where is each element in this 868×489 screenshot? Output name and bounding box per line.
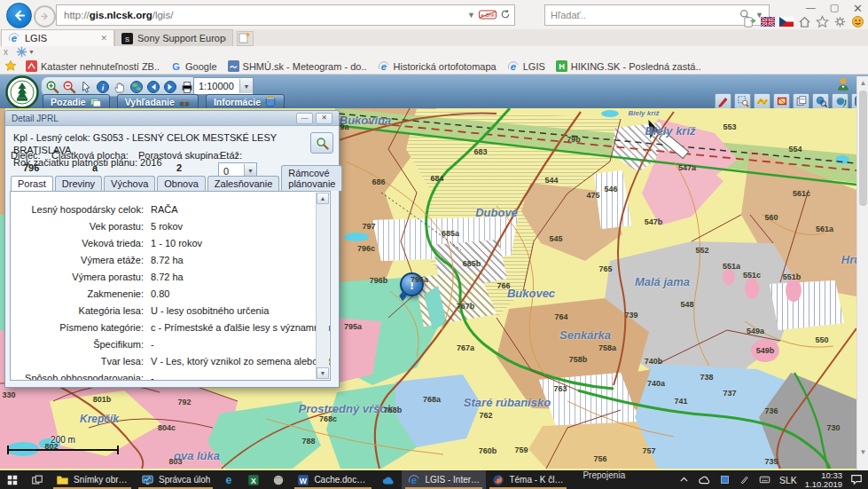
copy-map-button[interactable] (793, 93, 809, 109)
taskbar-item-edge[interactable]: e (216, 470, 241, 489)
minimize-button[interactable]: — (806, 2, 816, 15)
browser-tab[interactable]: SSony Support Europe (114, 29, 233, 46)
user-button[interactable] (831, 75, 856, 93)
address-bar[interactable]: http://gis.nlcsk.org/lgis/ ▼ e-Bnk (56, 4, 515, 26)
scale-combo[interactable]: 1:10000 ▼ (193, 77, 254, 95)
panel-title-bar[interactable]: Detail JPRL — ✕ (5, 111, 339, 126)
windows-start-icon (6, 474, 19, 486)
favorite-item[interactable]: SHMÚ.sk - Meteogram - do.. (223, 60, 372, 73)
detail-value: 1 - 10 rokov (151, 238, 202, 248)
flag-uk-icon[interactable] (761, 17, 775, 27)
parcel-label: 740a (647, 379, 665, 388)
maximize-button[interactable]: ▢ (830, 2, 839, 15)
forward-button[interactable] (34, 5, 56, 28)
notification-center-icon[interactable] (850, 473, 863, 487)
clock[interactable]: 10:33 1.10.2019 (805, 471, 842, 489)
detail-list-scrollbar[interactable]: ▲ ▼ (316, 193, 329, 379)
zoom-in-button[interactable] (44, 79, 60, 95)
favorites-bar-star-icon[interactable] (4, 59, 17, 74)
next-view-button[interactable] (162, 79, 178, 95)
smiley-icon[interactable] (851, 15, 864, 28)
favorite-item[interactable]: HHIKING.SK - Posledná zastá.. (551, 60, 707, 73)
flag-cz-icon[interactable] (779, 17, 794, 27)
detail-value: 8.72 ha (151, 255, 184, 265)
detail-label: Spôsob obhospodarovania: (11, 373, 144, 381)
browser-tab[interactable]: eLGIS✕ (1, 29, 114, 46)
favorites-star-icon[interactable] (816, 15, 829, 28)
panel-minimize-button[interactable]: — (296, 113, 313, 124)
close-toolbar-icon[interactable]: x (4, 47, 8, 57)
taskbar-item-folder[interactable]: Snímky obrazov... (50, 470, 135, 489)
keyboard-icon[interactable] (758, 474, 771, 485)
svg-text:H: H (559, 62, 565, 71)
scale-dropdown-icon[interactable]: ▼ (239, 79, 253, 93)
list-scroll-up-icon[interactable]: ▲ (317, 193, 329, 204)
parcel-label: 330 (2, 390, 15, 399)
address-dropdown-icon[interactable]: ▼ (467, 11, 475, 20)
addon-dropdown-icon[interactable]: ▼ (28, 49, 35, 55)
addon-icon[interactable] (16, 46, 27, 59)
favorite-item[interactable]: eHistorická ortofotomapa (372, 60, 502, 73)
taskbar-item-onedrive[interactable] (375, 470, 402, 489)
share-icon[interactable] (743, 15, 756, 28)
back-button[interactable] (6, 3, 32, 28)
select-button[interactable] (78, 79, 94, 95)
database-icon (264, 96, 277, 108)
taskbar-item-word[interactable]: WCache.docx - Mi... (291, 470, 375, 489)
forward-arrow-icon (40, 12, 50, 21)
taskbar-item-windows-start[interactable] (0, 470, 25, 489)
detail-label: Tvar lesa: (11, 356, 144, 367)
parcel-label: 735 (764, 457, 778, 466)
zoom-out-button[interactable] (61, 79, 77, 95)
blue-square-icon[interactable] (719, 474, 731, 485)
new-tab-button[interactable] (237, 31, 254, 46)
search-globe-button[interactable] (812, 93, 829, 109)
taskbar-item-ie[interactable]: eLGIS - Internet ... (402, 470, 486, 489)
refresh-icon[interactable] (500, 9, 511, 21)
chevron-up-icon[interactable] (678, 474, 690, 485)
favorite-item[interactable]: GGoogle (165, 60, 222, 73)
scroll-up-icon[interactable]: ▲ (857, 76, 868, 89)
tab-close-icon[interactable]: ✕ (100, 34, 107, 43)
favorite-item[interactable]: eLGIS (502, 60, 551, 73)
favorite-item[interactable]: Kataster nehnuteľností ZB.. (20, 60, 165, 73)
parcel-label: 758b (569, 355, 588, 364)
home-icon[interactable] (798, 15, 811, 28)
scroll-down-icon[interactable]: ▼ (857, 446, 868, 458)
previous-view-button[interactable] (145, 79, 161, 95)
layers-icon (90, 97, 102, 108)
panel-close-button[interactable]: ✕ (316, 113, 332, 124)
identify-button[interactable]: i (95, 79, 111, 95)
pan-button[interactable] (112, 79, 128, 95)
taskbar-item-firefox[interactable]: Téma - K článku... (486, 470, 570, 489)
pen-icon[interactable] (739, 474, 750, 485)
measure-length-button[interactable] (754, 93, 770, 109)
measure-area-button[interactable] (773, 93, 790, 109)
language-indicator[interactable]: SLK (779, 475, 797, 485)
scrollbar-thumb[interactable] (859, 91, 867, 206)
taskbar-item-excel[interactable]: X (241, 470, 266, 489)
panel-tab-vchova[interactable]: Výchova (104, 176, 155, 191)
panel-tab-obnova[interactable]: Obnova (157, 176, 206, 191)
cloud-icon[interactable] (698, 475, 711, 485)
list-scroll-down-icon[interactable]: ▼ (317, 367, 329, 379)
parcel-label: 757 (642, 446, 655, 455)
refresh-globe-button[interactable] (832, 93, 848, 109)
close-button[interactable]: ✕ (853, 2, 863, 15)
taskbar-item-task-view[interactable] (25, 470, 50, 489)
page-scrollbar[interactable]: ▲ ▼ (856, 76, 868, 470)
zoom-window-button[interactable] (734, 93, 751, 109)
full-extent-button[interactable] (129, 79, 145, 95)
panel-tab-zalesovanie[interactable]: Zalesňovanie (207, 176, 279, 191)
settings-gear-icon[interactable] (833, 15, 847, 28)
search-box[interactable]: Hľadať.. ▼ (544, 4, 770, 26)
panel-tab-rmcovplnovanie[interactable]: Rámcové plánovanie (281, 165, 342, 191)
panel-tab-porast[interactable]: Porast (11, 176, 53, 192)
panel-tab-dreviny[interactable]: Dreviny (55, 176, 102, 191)
taskbar-item-task-manager[interactable]: Správca úloh (135, 470, 216, 489)
draw-button[interactable] (715, 93, 731, 109)
taskbar-item-sphere[interactable] (266, 470, 291, 489)
map-line-boundary-9 (53, 385, 213, 428)
favorite-label: LGIS (523, 61, 545, 72)
task-manager-icon (141, 474, 154, 486)
